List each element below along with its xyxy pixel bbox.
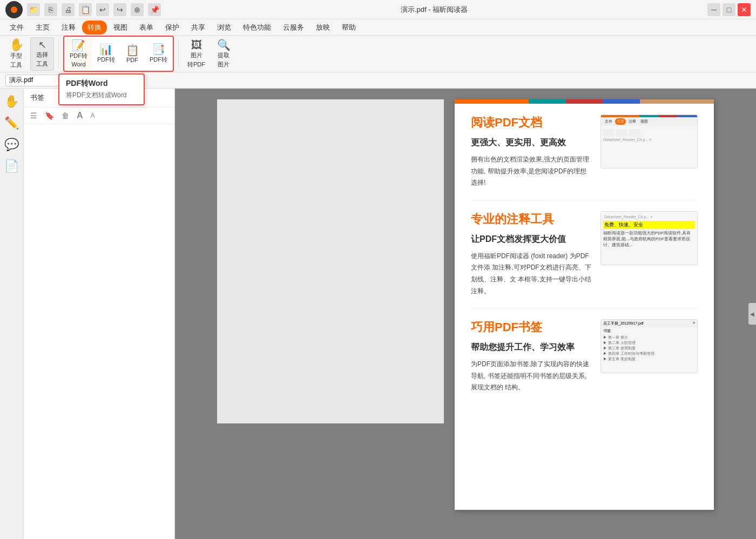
section-3-subtitle: 帮助您提升工作、学习效率 [471,342,592,353]
toolbar: ✋ 手型 工具 ↖ 选择 工具 📝 PDF转 Word 📊 PDF转 📋 PDF… [0,36,756,72]
menu-home[interactable]: 主页 [30,21,55,35]
menu-browse[interactable]: 浏览 [212,21,237,35]
separator-2 [178,41,179,68]
sidebar-page-icon[interactable]: 📄 [3,158,21,175]
app-logo [5,1,23,18]
section-2-title: 专业的注释工具 [471,211,592,227]
section-1-body: 拥有出色的文档渲染效果,强大的页面管理功能, 帮助提升效率,是您阅读PDF的理想… [471,154,592,189]
section-3-body: 为PDF页面添加书签,除了实现内容的快速导航, 书签还能指明不同书签的层级关系,… [471,359,592,394]
bookmark-add-icon[interactable]: ☰ [28,110,39,121]
preview-mini-file: 文件 [603,118,614,125]
menu-cloud[interactable]: 云服务 [278,21,309,35]
pdf-excel-label: PDF转 [97,56,115,64]
annotation-text: 福昕阅读器一款功能强大的PDF阅读软件,具有精简界面,能...与政府机构的PDF… [603,230,695,248]
menu-share[interactable]: 共享 [186,21,211,35]
preview-mini-home: 主页 [615,118,626,125]
bookmark-flag-icon[interactable]: 🔖 [43,110,56,121]
preview-close: × [693,321,695,326]
bm-item-1: ▶ 第一章 简介 [603,335,695,340]
toolbar-undo-btn[interactable]: ↩ [96,3,109,16]
pdf-to-word-btn[interactable]: 📝 PDF转 Word [65,38,92,70]
sidebar-bookmark-icon[interactable]: ✏️ [3,114,21,132]
titlebar-left: 📁 ⎘ 🖨 📋 ↩ ↪ ⊕ 📌 [5,1,161,18]
section-1-text: 阅读PDF文档 更强大、更实用、更高效 拥有出色的文档渲染效果,强大的页面管理功… [471,114,592,189]
minimize-btn[interactable]: ─ [707,3,720,16]
pdf-to-ppt-btn[interactable]: 📑 PDF转 [145,38,172,70]
toolbar-pin-btn[interactable]: 📌 [148,3,161,16]
toolbar-new-btn[interactable]: 📁 [27,3,40,16]
pdf-word-icon: 📝 [72,40,85,51]
preview-mini-ann: 注释 [627,118,638,125]
toolbar-blank-btn[interactable]: 📋 [79,3,92,16]
pdf-page-left [217,99,444,423]
preview-mini-menu: 文件 主页 注释 视图 [601,117,697,126]
pdf-icon: 📋 [126,45,139,56]
pdf-btn[interactable]: 📋 PDF [120,38,144,70]
menu-present[interactable]: 放映 [310,21,335,35]
select-icon: ↖ [38,40,46,50]
pdf-ppt-icon: 📑 [152,44,165,55]
toolbar-extra-btn[interactable]: ⊕ [131,3,144,16]
section-1-preview: 文件 主页 注释 视图 Datasheet_Reader_Ch.p... [600,114,698,169]
section-3: 巧用PDF书签 帮助您提升工作、学习效率 为PDF页面添加书签,除了实现内容的快… [455,308,714,405]
menu-convert[interactable]: 转换 [82,21,107,35]
section-3-text: 巧用PDF书签 帮助您提升工作、学习效率 为PDF页面添加书签,除了实现内容的快… [471,319,592,394]
header-orange [455,99,529,104]
extract-image-btn[interactable]: 🔍 提取 图片 [212,37,235,71]
section-2-text: 专业的注释工具 让PDF文档发挥更大价值 使用福昕PDF阅读器 (foxit r… [471,211,592,297]
menu-file[interactable]: 文件 [4,21,29,35]
maximize-btn[interactable]: □ [723,3,735,16]
menu-annotate[interactable]: 注释 [56,21,81,35]
sidebar: ✋ ✏️ 💬 📄 [0,89,24,539]
section-3-title: 巧用PDF书签 [471,319,592,335]
bookmark-text-small-icon[interactable]: A [89,111,97,120]
extract-label2: 图片 [218,60,230,69]
select-tool-label: 选择 [36,51,48,59]
image-pdf-label1: 图片 [191,51,202,59]
section-3-preview: 员工手册_20120917.pdf × 书签 ▶ 第一章 简介 ▶ 第二章 入职… [600,319,698,373]
toolbar-redo-btn[interactable]: ↪ [113,3,126,16]
pdf-to-excel-btn[interactable]: 📊 PDF转 [93,38,119,70]
bookmark-delete-icon[interactable]: 🗑 [59,110,71,121]
menubar: 文件 主页 注释 转换 视图 表单 保护 共享 浏览 特色功能 云服务 放映 帮… [0,19,756,36]
bm-item-3: ▶ 第三章 使用制度 [603,346,695,351]
preview-mini-bar-1 [601,115,697,117]
tooltip-description: 将PDF文档转成Word [66,91,137,100]
hand-tool-btn[interactable]: ✋ 手型 工具 [4,37,28,71]
pdf-content-area: 阅读PDF文档 更强大、更实用、更高效 拥有出色的文档渲染效果,强大的页面管理功… [175,89,756,539]
menu-features[interactable]: 特色功能 [238,21,276,35]
section-1-subtitle: 更强大、更实用、更高效 [471,137,592,149]
hand-tool-label: 手型 [10,52,22,60]
image-to-pdf-btn[interactable]: 🖼 图片 转PDF [183,37,210,71]
bookmark-text-large-icon[interactable]: A [75,110,85,122]
sidebar-hand-icon[interactable]: ✋ [3,93,21,110]
select-tool-btn[interactable]: ↖ 选择 工具 [30,37,54,71]
menu-view[interactable]: 视图 [108,21,133,35]
section-2-preview: Datasheet_Reader_Ch.p... × 免费、快速、安全 福昕阅读… [600,211,698,265]
preview-mini-content: Datasheet_Reader_Ch.p... × [601,126,697,144]
bm-item-2: ▶ 第二章 入职管理 [603,340,695,346]
toolbar-copy-btn[interactable]: ⎘ [44,3,57,16]
bookmark-title: 书签 [30,93,44,103]
page-header-bar [455,99,714,104]
bookmark-toolbar: ☰ 🔖 🗑 A A [24,107,174,124]
pdf-pages: 阅读PDF文档 更强大、更实用、更高效 拥有出色的文档渲染效果,强大的页面管理功… [217,99,714,528]
window-title: 演示.pdf - 福昕阅读器 [161,5,707,15]
close-btn[interactable]: ✕ [738,3,751,16]
bm-item-4: ▶ 第四章 工作时间与考勤管理 [603,351,695,356]
sidebar-comment-icon[interactable]: 💬 [3,136,21,153]
toolbar-print-btn[interactable]: 🖨 [62,3,75,16]
menu-help[interactable]: 帮助 [336,21,361,35]
extract-label1: 提取 [218,51,230,59]
header-blue [603,99,640,104]
menu-form[interactable]: 表单 [134,21,159,35]
pdf-to-word-tooltip: PDF转Word 将PDF文档转成Word [58,73,145,105]
pdf-word-label2: Word [71,61,85,68]
collapse-handle[interactable]: ◀ [748,303,756,325]
preview-mini-view: 视图 [639,118,650,125]
window-controls: ─ □ ✕ [707,3,751,16]
hand-tool-label2: 工具 [10,61,22,69]
main-area: ✋ ✏️ 💬 📄 书签 ☰ 🔖 🗑 A A [0,89,756,539]
menu-protect[interactable]: 保护 [160,21,185,35]
pdf-page-right: 阅读PDF文档 更强大、更实用、更高效 拥有出色的文档渲染效果,强大的页面管理功… [455,99,714,510]
